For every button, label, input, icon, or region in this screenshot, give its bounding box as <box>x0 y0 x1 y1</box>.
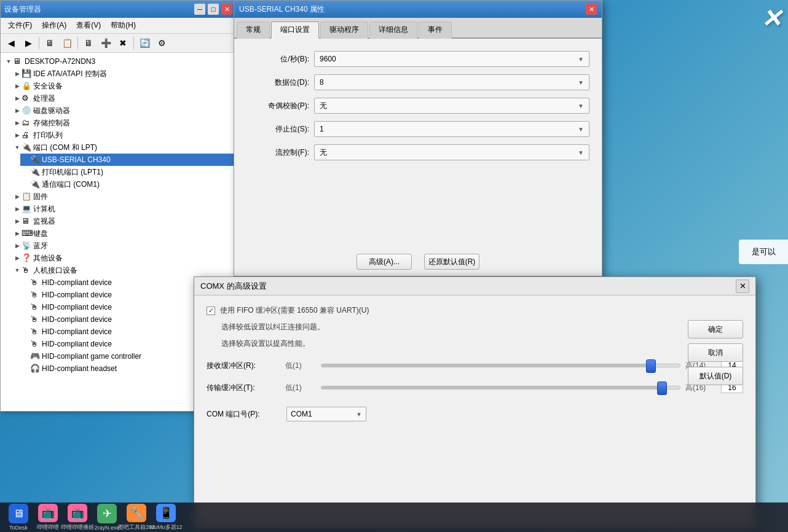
advanced-button[interactable]: 高级(A)... <box>357 254 412 270</box>
fifo-row: ✓ 使用 FIFO 缓冲区(需要 16550 兼容 UART)(U) <box>207 305 743 316</box>
flow-value: 无 <box>320 147 578 158</box>
flow-label: 流控制(F): <box>246 147 314 158</box>
flow-arrow: ▼ <box>578 149 584 156</box>
tree-label-hid4: HID-compliant device <box>42 315 112 324</box>
maximize-button[interactable]: □ <box>208 4 219 15</box>
receive-buffer-thumb[interactable] <box>646 359 656 373</box>
tab-driver[interactable]: 驱动程序 <box>320 22 368 39</box>
toolbar-remove[interactable]: ✖ <box>115 35 131 51</box>
tree-toggle-root[interactable]: ▼ <box>4 57 13 66</box>
tree-label-firmware: 固件 <box>33 192 48 202</box>
tree-row-storage[interactable]: ▶ 🗂 存储控制器 <box>12 117 234 129</box>
toolbar-separator2 <box>77 37 78 49</box>
receive-buffer-min: 低(1) <box>285 361 316 371</box>
transmit-buffer-track[interactable] <box>321 386 680 389</box>
toolbar-add[interactable]: ➕ <box>98 35 114 51</box>
tree-label-ide: IDE ATA/ATAPI 控制器 <box>33 69 107 79</box>
flow-select[interactable]: 无 ▼ <box>314 144 589 160</box>
transmit-buffer-row: 传输缓冲区(T): 低(1) 高(16) 16 <box>207 382 743 393</box>
stop-bits-label: 停止位(S): <box>246 124 314 135</box>
toolbar-list[interactable]: 📋 <box>59 35 75 51</box>
toolbar-separator3 <box>133 37 134 49</box>
com-port-select[interactable]: COM1 ▼ <box>286 407 366 421</box>
hint2-container: 选择较高设置以提高性能。 <box>220 338 743 349</box>
properties-titlebar: USB-SERIAL CH340 属性 ✕ <box>234 1 602 18</box>
toolbar: ◀ ▶ 🖥 📋 🖥 ➕ ✖ 🔄 ⚙ <box>1 34 236 53</box>
tree-row-keyboard[interactable]: ▶ ⌨ 键盘 <box>12 227 234 240</box>
tab-port-settings[interactable]: 端口设置 <box>271 22 319 39</box>
tree-icon-root: 🖥 <box>13 57 23 66</box>
tab-details[interactable]: 详细信息 <box>369 22 417 39</box>
tree-row-bluetooth[interactable]: ▶ 📡 蓝牙 <box>12 240 234 252</box>
taskbar-icon-todesk[interactable]: 🖥 ToDesk <box>5 504 32 531</box>
toolbar-monitor[interactable]: 🖥 <box>81 35 97 51</box>
tree-label-bluetooth: 蓝牙 <box>33 241 48 251</box>
taskbar-icon-mumu[interactable]: 📱 MuMu多器12 <box>152 504 179 531</box>
toolbar-computer[interactable]: 🖥 <box>42 35 58 51</box>
toolbar-forward[interactable]: ▶ <box>20 35 36 51</box>
defaults-button[interactable]: 默认值(D) <box>688 367 743 385</box>
advanced-close-button[interactable]: ✕ <box>736 280 749 293</box>
tree-label-print-queue: 打印队列 <box>33 130 63 141</box>
toolbar-update[interactable]: 🔄 <box>136 35 152 51</box>
close-button[interactable]: ✕ <box>221 4 232 15</box>
tab-general[interactable]: 常规 <box>237 22 270 39</box>
tree-row-monitor[interactable]: ▶ 🖥 监视器 <box>12 215 234 227</box>
mumu-label: MuMu多器12 <box>150 523 183 531</box>
properties-dialog: USB-SERIAL CH340 属性 ✕ 常规 端口设置 驱动程序 详细信息 … <box>234 0 602 276</box>
baud-select[interactable]: 9600 ▼ <box>314 51 589 67</box>
tree-row-ide[interactable]: ▶ 💾 IDE ATA/ATAPI 控制器 <box>12 68 234 80</box>
tree-row-print-queue[interactable]: ▶ 🖨 打印队列 <box>12 129 234 141</box>
parity-select[interactable]: 无 ▼ <box>314 98 589 114</box>
data-bits-arrow: ▼ <box>578 79 584 86</box>
tree-row-ch340[interactable]: 🔌 USB-SERIAL CH340 <box>20 154 234 166</box>
menu-view[interactable]: 查看(V) <box>71 19 106 32</box>
menu-action[interactable]: 操作(A) <box>37 19 71 32</box>
tree-row-hid[interactable]: ▼ 🖱 人机接口设备 <box>12 264 234 276</box>
form-row-parity: 奇偶校验(P): 无 ▼ <box>246 98 589 114</box>
receive-buffer-row: 接收缓冲区(R): 低(1) 高(14) 14 <box>207 360 743 371</box>
restore-defaults-button[interactable]: 还原默认值(R) <box>424 254 479 270</box>
receive-buffer-label: 接收缓冲区(R): <box>207 361 280 371</box>
tree-row-root[interactable]: ▼ 🖥 DESKTOP-A72NDN3 <box>3 55 234 68</box>
tree-row-ports[interactable]: ▼ 🔌 端口 (COM 和 LPT) <box>12 141 234 154</box>
tree-label-hid: 人机接口设备 <box>33 265 77 276</box>
stop-bits-select[interactable]: 1 ▼ <box>314 121 589 137</box>
tab-events[interactable]: 事件 <box>419 22 452 39</box>
taskbar-icon-2rayn[interactable]: ✈ 2rayN.exe <box>93 504 120 531</box>
tree-label-ch340: USB-SERIAL CH340 <box>42 155 111 164</box>
minimize-button[interactable]: ─ <box>194 4 205 15</box>
toolbar-settings[interactable]: ⚙ <box>154 35 170 51</box>
menu-file[interactable]: 文件(F) <box>3 19 37 32</box>
tree-row-firmware[interactable]: ▶ 📋 固件 <box>12 190 234 203</box>
toolbar-back[interactable]: ◀ <box>3 35 19 51</box>
tree-row-security[interactable]: ▶ 🔒 安全设备 <box>12 80 234 92</box>
advanced-titlebar: COMX 的高级设置 ✕ <box>194 277 755 295</box>
todesk-icon: 🖥 <box>9 504 28 523</box>
taskbar-icon-toolbox[interactable]: 🔧 图吧工具箱2023 <box>123 504 150 531</box>
ok-button[interactable]: 确定 <box>688 320 743 338</box>
com-port-label: COM 端口号(P): <box>207 409 280 420</box>
advanced-dialog: COMX 的高级设置 ✕ 确定 取消 默认值(D) ✓ 使用 FIFO 缓冲区(… <box>194 276 756 528</box>
tree-row-lpt1[interactable]: 🔌 打印机端口 (LPT1) <box>20 166 234 178</box>
tree-row-cpu[interactable]: ▶ ⚙ 处理器 <box>12 92 234 104</box>
cancel-button[interactable]: 取消 <box>688 343 743 362</box>
fifo-checkbox[interactable]: ✓ <box>207 307 215 315</box>
data-bits-select[interactable]: 8 ▼ <box>314 74 589 90</box>
tree-row-disk[interactable]: ▶ 💿 磁盘驱动器 <box>12 104 234 117</box>
tree-row-other[interactable]: ▶ ❓ 其他设备 <box>12 252 234 264</box>
taskbar-icon-bilibili1[interactable]: 📺 哔哩哔哩 <box>34 504 61 531</box>
transmit-buffer-thumb[interactable] <box>657 381 667 395</box>
menu-help[interactable]: 帮助(H) <box>106 19 141 32</box>
bilibili2-label: 哔哩哔哩播姬 <box>61 523 94 531</box>
properties-close-button[interactable]: ✕ <box>586 4 597 15</box>
baud-label: 位/秒(B): <box>246 54 314 65</box>
tree-row-com1[interactable]: 🔌 通信端口 (COM1) <box>20 178 234 190</box>
tree-label-ports: 端口 (COM 和 LPT) <box>33 143 97 153</box>
tree-row-computer[interactable]: ▶ 💻 计算机 <box>12 203 234 215</box>
hint2-text: 选择较高设置以提高性能。 <box>221 339 310 348</box>
receive-buffer-track[interactable] <box>321 364 680 367</box>
taskbar-icon-bilibili2[interactable]: 📺 哔哩哔哩播姬 <box>64 504 91 531</box>
2rayn-label: 2rayN.exe <box>94 525 119 531</box>
com-port-row: COM 端口号(P): COM1 ▼ <box>207 407 743 421</box>
